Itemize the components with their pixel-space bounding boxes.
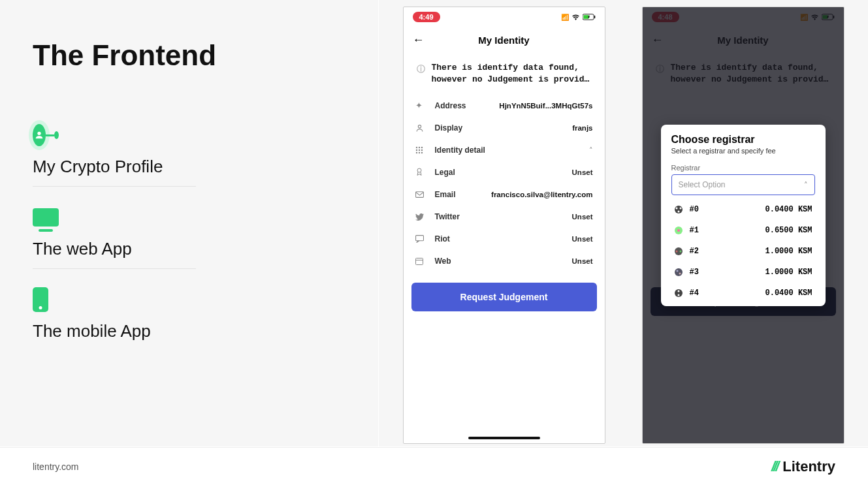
info-icon: ⓘ: [417, 63, 425, 85]
registrar-option[interactable]: #4 0.0400 KSM: [671, 283, 815, 304]
person-icon: [415, 124, 427, 133]
legal-value: Unset: [572, 168, 593, 176]
svg-point-13: [421, 152, 422, 153]
svg-point-8: [415, 149, 417, 151]
divider: [33, 268, 196, 269]
litentry-logo-icon: ///: [771, 458, 777, 475]
svg-point-32: [676, 270, 678, 272]
footer-url: litentry.com: [33, 462, 79, 472]
svg-rect-16: [415, 236, 423, 241]
registrar-option[interactable]: #1 0.6500 KSM: [671, 220, 815, 241]
chat-icon: [415, 235, 427, 243]
badge-icon: [415, 168, 427, 177]
svg-rect-3: [583, 15, 588, 19]
grid-icon: [415, 146, 427, 154]
registrar-option[interactable]: #3 1.0000 KSM: [671, 262, 815, 283]
screen-title: My Identity: [404, 35, 605, 46]
svg-point-6: [418, 147, 419, 148]
row-web: Web Unset: [415, 250, 593, 272]
menu-item-web: The web App: [33, 206, 346, 259]
row-riot: Riot Unset: [415, 228, 593, 250]
email-value: francisco.silva@litentry.com: [491, 191, 592, 198]
svg-point-36: [677, 294, 679, 296]
web-app-icon: [33, 206, 59, 228]
row-email: Email francisco.silva@litentry.com: [415, 183, 593, 206]
chevron-up-icon: ˄: [804, 181, 808, 189]
home-indicator: [468, 437, 540, 439]
registrar-option[interactable]: #2 1.0000 KSM: [671, 241, 815, 262]
slide-title: The Frontend: [33, 39, 346, 72]
identity-details: ✦ Address HjnYnN5Buif...3MHqGt57s Displa…: [404, 94, 605, 272]
modal-title: Choose registrar: [671, 134, 815, 146]
crypto-profile-icon: [33, 124, 59, 146]
twitter-value: Unset: [572, 213, 593, 221]
brand-name: Litentry: [782, 458, 835, 475]
svg-rect-17: [415, 258, 423, 264]
menu-label-mobile: The mobile App: [33, 321, 346, 341]
identicon-icon: [674, 226, 683, 235]
slide-body: The Frontend My Crypto Profile The web A…: [0, 0, 868, 446]
email-icon: [415, 191, 427, 198]
status-time: 4:49: [413, 12, 440, 22]
divider: [33, 186, 196, 187]
info-banner: ⓘ There is identify data found, however …: [404, 53, 605, 94]
display-value: franjs: [572, 124, 592, 132]
svg-point-10: [421, 149, 422, 151]
identicon-icon: [674, 289, 683, 298]
phone-screenshot-2: 4:48 📶 ← My Identity ⓘ There is identify: [642, 7, 844, 444]
svg-point-29: [675, 251, 677, 253]
svg-rect-2: [594, 16, 594, 18]
row-address: ✦ Address HjnYnN5Buif...3MHqGt57s: [415, 94, 593, 117]
left-panel: The Frontend My Crypto Profile The web A…: [0, 0, 379, 446]
row-display: Display franjs: [415, 117, 593, 139]
svg-point-24: [679, 208, 681, 210]
registrar-option[interactable]: #0 0.0400 KSM: [671, 199, 815, 220]
row-identity-detail[interactable]: Identity detail ˄: [415, 139, 593, 161]
registrar-options: #0 0.0400 KSM #1 0.6500 KSM #2: [671, 199, 815, 304]
web-icon: [415, 258, 427, 265]
request-judgement-button[interactable]: Request Judgement: [411, 283, 597, 311]
svg-rect-15: [415, 192, 423, 198]
svg-point-33: [679, 273, 681, 275]
wifi-icon: [571, 14, 580, 20]
identicon-icon: [674, 247, 683, 256]
row-legal: Legal Unset: [415, 161, 593, 183]
address-icon: ✦: [415, 101, 427, 110]
select-placeholder: Select Option: [679, 180, 726, 189]
svg-point-11: [415, 152, 417, 153]
svg-point-31: [675, 268, 683, 276]
status-bar: 4:49 📶: [404, 7, 605, 27]
modal-subtitle: Select a registrar and specify fee: [671, 147, 815, 155]
svg-point-30: [679, 251, 681, 253]
identicon-icon: [674, 205, 683, 214]
svg-point-0: [37, 132, 40, 135]
riot-value: Unset: [572, 235, 593, 243]
phone-screenshot-1: 4:49 📶 ← My Identity ⓘ There is identify: [403, 7, 605, 444]
info-text: There is identify data found, however no…: [432, 62, 592, 85]
phones-area: 4:49 📶 ← My Identity ⓘ There is identify: [379, 0, 868, 446]
row-twitter: Twitter Unset: [415, 206, 593, 228]
footer-brand: /// Litentry: [771, 458, 835, 475]
menu-item-profile: My Crypto Profile: [33, 124, 346, 177]
signal-icon: 📶: [561, 14, 569, 21]
svg-point-5: [415, 147, 417, 148]
address-value: HjnYnN5Buif...3MHqGt57s: [499, 102, 592, 110]
status-icons: 📶: [561, 14, 596, 21]
svg-point-12: [418, 152, 419, 153]
identicon-icon: [674, 268, 683, 277]
twitter-icon: [415, 213, 427, 221]
svg-point-23: [675, 208, 677, 210]
mobile-app-icon: [33, 289, 59, 311]
nav-header: ← My Identity: [404, 27, 605, 53]
choose-registrar-modal: Choose registrar Select a registrar and …: [661, 125, 826, 306]
menu-item-mobile: The mobile App: [33, 289, 346, 341]
svg-point-27: [677, 229, 680, 232]
svg-point-7: [421, 147, 422, 148]
battery-icon: [583, 14, 596, 20]
svg-point-4: [418, 125, 421, 127]
web-value: Unset: [572, 257, 593, 265]
registrar-select[interactable]: Select Option ˄: [671, 174, 815, 195]
svg-point-14: [417, 168, 421, 172]
svg-point-35: [677, 290, 679, 292]
svg-point-25: [677, 211, 679, 213]
